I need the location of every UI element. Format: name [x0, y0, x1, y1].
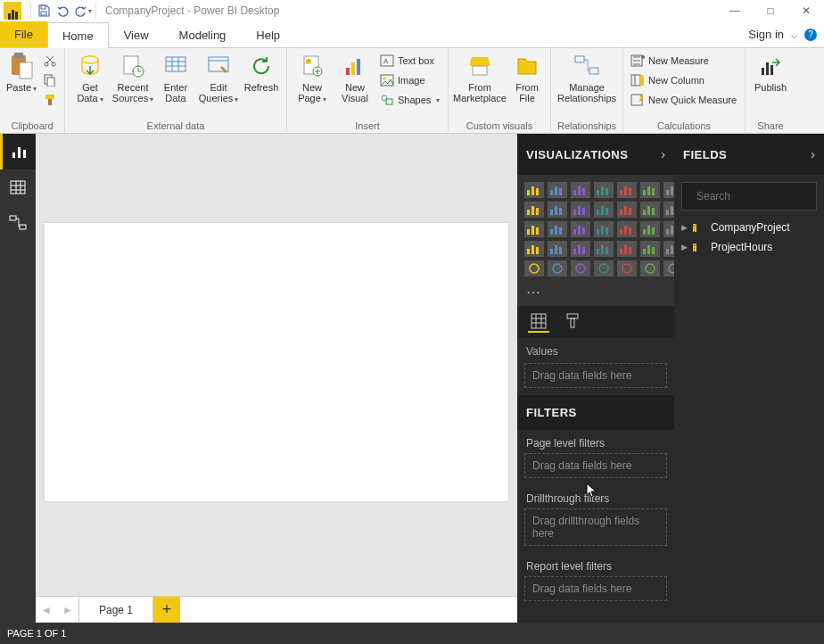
undo-icon[interactable] — [54, 2, 72, 20]
svg-rect-135 — [652, 247, 655, 254]
modeling-tab[interactable]: Modeling — [164, 21, 242, 47]
viz-stacked-bar[interactable] — [524, 182, 544, 198]
svg-rect-126 — [582, 247, 585, 254]
viz-table[interactable] — [617, 241, 637, 257]
viz-qa-visual[interactable] — [640, 260, 660, 277]
data-view-button[interactable] — [0, 169, 36, 205]
drillthrough-dropwell[interactable]: Drag drillthrough fields here — [524, 508, 667, 546]
viz-powerapps[interactable] — [548, 260, 567, 277]
svg-rect-100 — [550, 229, 553, 235]
viz-funnel[interactable] — [640, 221, 660, 237]
close-button[interactable]: ✕ — [788, 0, 824, 21]
image-button[interactable]: Image — [378, 71, 442, 89]
collapse-pane-icon[interactable]: › — [811, 147, 815, 161]
viz-clustered-bar[interactable] — [594, 182, 614, 198]
save-icon[interactable] — [35, 2, 53, 20]
viz-map[interactable] — [594, 221, 614, 237]
format-tab-icon[interactable] — [562, 311, 583, 333]
svg-rect-57 — [536, 188, 539, 195]
svg-rect-63 — [582, 188, 585, 195]
format-painter-button[interactable] — [41, 91, 59, 109]
new-page-button[interactable]: NewPage — [291, 50, 334, 107]
help-icon[interactable]: ? — [804, 29, 817, 41]
report-canvas[interactable] — [45, 223, 508, 501]
svg-rect-77 — [531, 206, 534, 215]
redo-icon[interactable] — [74, 2, 92, 20]
viz-donut[interactable] — [548, 221, 567, 237]
from-marketplace-button[interactable]: FromMarketplace — [452, 50, 507, 105]
svg-rect-67 — [620, 190, 622, 195]
viz-clustered-column[interactable] — [548, 182, 567, 198]
viz-stacked-area[interactable] — [571, 202, 590, 218]
maximize-button[interactable]: □ — [753, 0, 788, 21]
page-filters-dropwell[interactable]: Drag data fields here — [524, 453, 667, 478]
viz-area[interactable] — [548, 202, 567, 218]
new-quick-measure-button[interactable]: New Quick Measure — [629, 91, 739, 109]
fields-tab-icon[interactable] — [528, 311, 549, 333]
text-box-button[interactable]: AText box — [378, 52, 442, 70]
enter-data-button[interactable]: EnterData — [154, 50, 197, 105]
help-tab[interactable]: Help — [241, 21, 295, 47]
viz-key-influencers[interactable] — [594, 260, 614, 277]
model-view-button[interactable] — [0, 205, 36, 241]
svg-rect-3 — [14, 53, 23, 58]
from-file-button[interactable]: FromFile — [507, 50, 547, 105]
cut-button[interactable] — [41, 52, 59, 70]
search-input[interactable] — [696, 190, 824, 202]
new-visual-button[interactable]: NewVisual — [334, 50, 376, 105]
viz-arcgis[interactable] — [524, 260, 544, 277]
page-tab[interactable]: Page 1 — [78, 597, 153, 623]
viz-filled-map[interactable] — [617, 221, 637, 237]
collapse-pane-icon[interactable]: › — [661, 147, 665, 161]
viz-matrix[interactable] — [640, 241, 660, 257]
page-prev-button[interactable]: ◄ — [36, 597, 57, 623]
refresh-button[interactable]: Refresh — [240, 50, 283, 95]
paste-button[interactable]: Paste — [4, 50, 39, 96]
copy-button[interactable] — [41, 71, 59, 89]
viz-kpi[interactable] — [571, 241, 590, 257]
viz-slicer[interactable] — [594, 241, 614, 257]
home-tab[interactable]: Home — [47, 22, 109, 48]
more-visuals-button[interactable]: ⋯ — [517, 284, 674, 306]
signin-link[interactable]: Sign in — [748, 28, 784, 41]
chevron-down-icon[interactable]: ⌵ — [791, 29, 797, 41]
viz-decomposition[interactable] — [617, 260, 637, 277]
report-filters-dropwell[interactable]: Drag data fields here — [524, 576, 667, 601]
viz-stacked-column[interactable] — [571, 182, 590, 198]
viz-line[interactable] — [524, 202, 544, 218]
viz-line-clustered-column[interactable] — [594, 202, 614, 218]
new-measure-button[interactable]: New Measure — [629, 52, 739, 70]
viz-line-stacked-column[interactable] — [617, 202, 637, 218]
publish-button[interactable]: Publish — [749, 50, 792, 95]
viz-python[interactable] — [571, 260, 590, 277]
viz-treemap[interactable] — [571, 221, 590, 237]
view-tab[interactable]: View — [109, 21, 164, 47]
pane-title: VISUALIZATIONS — [526, 148, 628, 161]
viz-100-stacked-bar[interactable] — [617, 182, 637, 198]
get-data-button[interactable]: GetData — [69, 50, 111, 107]
viz-card[interactable] — [524, 241, 544, 257]
ribbon-group-calculations: New Measure New Column New Quick Measure… — [623, 48, 746, 133]
file-tab[interactable]: File — [0, 21, 47, 47]
svg-rect-70 — [643, 190, 646, 195]
report-view-button[interactable] — [0, 134, 36, 169]
page-next-button[interactable]: ► — [57, 597, 78, 623]
viz-waterfall[interactable] — [640, 202, 660, 218]
svg-rect-103 — [573, 229, 576, 235]
viz-100-stacked-column[interactable] — [640, 182, 660, 198]
values-dropwell[interactable]: Drag data fields here — [524, 363, 667, 388]
add-page-button[interactable]: + — [153, 597, 180, 623]
recent-sources-button[interactable]: RecentSources — [111, 50, 154, 107]
viz-pie[interactable] — [524, 221, 544, 237]
fields-search[interactable] — [681, 182, 817, 211]
table-item[interactable]: ▶ ProjectHours — [674, 237, 824, 257]
svg-rect-90 — [629, 208, 631, 215]
manage-relationships-button[interactable]: ManageRelationships — [555, 50, 619, 105]
new-column-button[interactable]: New Column — [629, 71, 739, 89]
table-item[interactable]: ▶ CompanyProject — [674, 218, 824, 237]
viz-property-tabs — [517, 306, 674, 338]
viz-multi-row-card[interactable] — [548, 241, 567, 257]
minimize-button[interactable]: — — [717, 0, 753, 21]
shapes-button[interactable]: Shapes — [378, 91, 442, 109]
edit-queries-button[interactable]: EditQueries — [197, 50, 240, 107]
